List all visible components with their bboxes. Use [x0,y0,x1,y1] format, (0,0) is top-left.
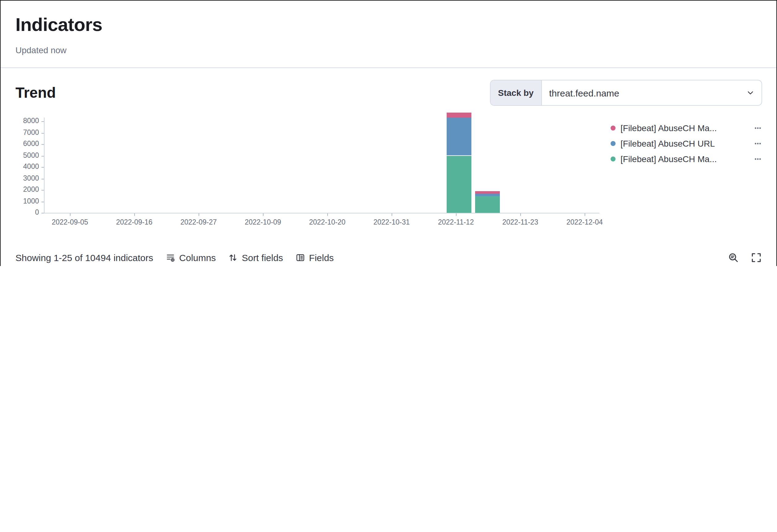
trend-section: Trend Stack by threat.feed.name 01000200… [1,80,776,236]
x-tick-label: 2022-09-27 [171,218,226,226]
y-axis-line [44,118,44,213]
trend-chart: 0100020003000400050006000700080002022-09… [15,113,609,236]
legend-color-dot [610,156,616,161]
indicators-page: Indicators Updated now Trend Stack by th… [0,0,777,266]
grid-toolbar: Showing 1-25 of 10494 indicators Columns… [15,247,762,266]
results-count: Showing 1-25 of 10494 indicators [15,252,153,262]
columns-button[interactable]: Columns [165,252,216,262]
y-tick-label: 1000 [15,197,39,204]
chart-legend: [Filebeat] AbuseCH Ma...[Filebeat] Abuse… [610,113,762,236]
legend-label: [Filebeat] AbuseCH URL [621,138,750,148]
y-tick-mark [41,121,44,122]
button-label: Columns [179,252,216,262]
x-tick-mark [199,213,199,216]
y-tick-mark [41,201,44,202]
x-tick-mark [70,213,71,216]
stack-by-select[interactable]: Stack by threat.feed.name [490,80,762,105]
y-tick-label: 3000 [15,174,39,182]
bar-segment[interactable] [446,118,471,155]
y-tick-label: 6000 [15,140,39,147]
x-axis-line [44,213,599,213]
y-tick-mark [41,155,44,156]
stack-by-value: threat.feed.name [542,80,747,105]
fields-icon [296,253,305,262]
button-label: Fields [309,252,334,262]
x-tick-label: 2022-09-16 [106,218,162,226]
bar-segment[interactable] [475,193,500,196]
y-tick-mark [41,179,44,179]
page-header: Indicators Updated now [1,1,776,55]
y-tick-label: 0 [15,208,39,216]
legend-action-button[interactable] [754,139,762,147]
sort-fields-icon [228,253,238,262]
legend-label: [Filebeat] AbuseCH Ma... [621,123,750,133]
page-title: Indicators [15,14,762,35]
button-label: Sort fields [242,252,283,262]
x-tick-mark [456,213,457,216]
x-tick-mark [327,213,328,216]
x-tick-label: 2022-10-09 [235,218,291,226]
x-tick-label: 2022-10-31 [364,218,420,226]
legend-color-dot [610,125,616,130]
bar-segment[interactable] [475,191,500,193]
header-divider [1,68,776,68]
x-tick-mark [520,213,521,216]
legend-label: [Filebeat] AbuseCH Ma... [621,154,750,164]
x-tick-mark [263,213,263,216]
bar-segment[interactable] [446,113,471,118]
updated-status: Updated now [15,45,762,55]
legend-item[interactable]: [Filebeat] AbuseCH Ma... [610,151,762,167]
legend-action-button[interactable] [754,155,762,163]
y-tick-mark [41,133,44,133]
legend-item[interactable]: [Filebeat] AbuseCH URL [610,135,762,151]
legend-color-dot [610,141,616,146]
toolbar-buttons: ColumnsSort fieldsFields [165,252,334,262]
bar-segment[interactable] [446,155,471,213]
trend-heading: Trend [15,84,56,101]
x-tick-label: 2022-10-20 [300,218,355,226]
fullscreen-icon [751,252,762,262]
x-tick-label: 2022-11-23 [492,218,548,226]
y-tick-mark [41,190,44,191]
y-tick-label: 7000 [15,128,39,136]
y-tick-mark [41,213,44,213]
toolbar-right-icons [728,252,762,262]
chevron-down-icon [747,80,762,105]
y-tick-label: 4000 [15,163,39,170]
legend-item[interactable]: [Filebeat] AbuseCH Ma... [610,120,762,135]
x-tick-label: 2022-09-05 [42,218,98,226]
y-tick-label: 5000 [15,151,39,159]
y-tick-label: 8000 [15,117,39,124]
bar-segment[interactable] [475,196,500,213]
sort-fields-button[interactable]: Sort fields [228,252,283,262]
x-tick-mark [134,213,135,216]
y-tick-mark [41,144,44,145]
y-tick-mark [41,167,44,168]
x-tick-mark [585,213,585,216]
fullscreen-button[interactable] [751,252,762,262]
x-tick-mark [392,213,392,216]
inspect-icon [728,252,739,262]
stack-by-label: Stack by [490,80,542,105]
x-tick-label: 2022-12-04 [557,218,613,226]
y-tick-label: 2000 [15,186,39,193]
legend-action-button[interactable] [754,124,762,131]
x-tick-label: 2022-11-12 [428,218,484,226]
columns-icon [165,253,175,262]
fields-button[interactable]: Fields [296,252,334,262]
inspect-button[interactable] [728,252,739,262]
